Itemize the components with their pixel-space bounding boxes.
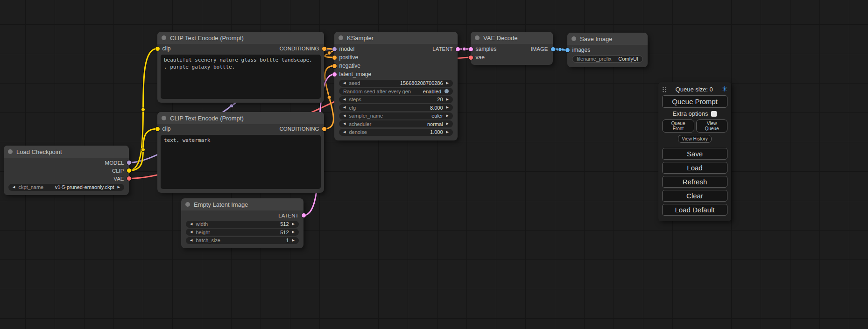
samples-input-port[interactable]	[469, 47, 473, 51]
decrement-arrow-icon[interactable]: ◀	[13, 186, 15, 189]
images-input-label: images	[572, 47, 591, 53]
node-ksampler[interactable]: KSampler model LATENT positive negative …	[334, 32, 458, 140]
width-widget[interactable]: ◀ width 512 ▶	[186, 221, 299, 228]
increment-arrow-icon[interactable]: ▶	[292, 231, 295, 234]
refresh-button[interactable]: Refresh	[662, 176, 727, 188]
positive-prompt-textarea[interactable]: beautiful scenery nature glass bottle la…	[161, 55, 321, 99]
increment-arrow-icon[interactable]: ▶	[446, 114, 449, 118]
node-load-checkpoint[interactable]: Load Checkpoint MODEL CLIP VAE ◀ ckpt_na…	[4, 146, 129, 195]
node-title-bar[interactable]: CLIP Text Encode (Prompt)	[157, 32, 324, 44]
node-title-bar[interactable]: VAE Decode	[471, 32, 553, 44]
increment-arrow-icon[interactable]: ▶	[446, 106, 449, 109]
latent-image-input-port[interactable]	[332, 72, 337, 77]
widget-value: 512	[280, 221, 289, 227]
node-graph-canvas[interactable]: Load Checkpoint MODEL CLIP VAE ◀ ckpt_na…	[0, 0, 868, 329]
negative-input-label: negative	[339, 63, 360, 69]
node-collapse-dot-icon[interactable]	[339, 35, 343, 40]
clip-input-port[interactable]	[155, 47, 160, 51]
link-midpoint-dot	[230, 104, 233, 108]
node-save-image[interactable]: Save Image images filename_prefix ComfyU…	[567, 33, 648, 67]
node-collapse-dot-icon[interactable]	[162, 35, 166, 40]
image-output-port[interactable]	[551, 47, 555, 51]
negative-prompt-textarea[interactable]: text, watermark	[161, 135, 321, 189]
port-row: negative	[334, 62, 458, 70]
decrement-arrow-icon[interactable]: ◀	[343, 82, 346, 85]
filename-prefix-widget[interactable]: filename_prefix ComfyUI	[572, 56, 643, 63]
node-title-bar[interactable]: CLIP Text Encode (Prompt)	[157, 112, 324, 124]
positive-input-port[interactable]	[332, 56, 337, 60]
node-title-bar[interactable]: Save Image	[567, 33, 648, 45]
decrement-arrow-icon[interactable]: ◀	[190, 231, 192, 234]
widget-label: height	[196, 230, 210, 235]
view-history-button[interactable]: View History	[678, 135, 711, 143]
increment-arrow-icon[interactable]: ▶	[446, 98, 449, 101]
latent-output-port[interactable]	[302, 213, 306, 217]
save-button[interactable]: Save	[662, 148, 727, 160]
latent-output-label: LATENT	[432, 46, 452, 52]
model-input-port[interactable]	[332, 47, 337, 51]
widget-label: cfg	[349, 105, 356, 111]
denoise-widget[interactable]: ◀ denoise 1.000 ▶	[339, 129, 453, 136]
ckpt-name-widget[interactable]: ◀ ckpt_name v1-5-pruned-emaonly.ckpt ▶	[8, 184, 124, 191]
node-collapse-dot-icon[interactable]	[475, 35, 480, 40]
port-row: vae	[471, 53, 553, 62]
node-title-bar[interactable]: Empty Latent Image	[181, 198, 303, 210]
toggle-dot-icon[interactable]	[445, 89, 449, 93]
increment-arrow-icon[interactable]: ▶	[446, 131, 449, 134]
comfy-menu-panel: Queue size: 0 ✳ Queue Prompt Extra optio…	[658, 82, 731, 221]
vae-output-port[interactable]	[127, 176, 131, 181]
view-queue-button[interactable]: View Queue	[696, 119, 727, 133]
decrement-arrow-icon[interactable]: ◀	[190, 239, 192, 242]
extra-options-checkbox[interactable]	[711, 111, 717, 117]
queue-prompt-button[interactable]: Queue Prompt	[662, 95, 727, 108]
images-input-port[interactable]	[565, 48, 570, 52]
model-output-port[interactable]	[127, 161, 131, 165]
latent-output-label: LATENT	[278, 213, 298, 218]
node-title-bar[interactable]: KSampler	[334, 32, 458, 44]
clip-output-label: CLIP	[112, 168, 124, 174]
decrement-arrow-icon[interactable]: ◀	[343, 131, 346, 134]
negative-input-port[interactable]	[332, 64, 337, 68]
cfg-widget[interactable]: ◀ cfg 8.000 ▶	[339, 104, 453, 111]
scheduler-widget[interactable]: ◀ scheduler normal ▶	[339, 120, 453, 127]
node-clip-text-encode-positive[interactable]: CLIP Text Encode (Prompt) clip CONDITION…	[157, 32, 324, 103]
node-collapse-dot-icon[interactable]	[162, 116, 166, 120]
decrement-arrow-icon[interactable]: ◀	[343, 122, 346, 126]
node-empty-latent-image[interactable]: Empty Latent Image LATENT ◀ width 512 ▶ …	[181, 198, 303, 248]
vae-input-port[interactable]	[469, 56, 473, 60]
sampler-name-widget[interactable]: ◀ sampler_name euler ▶	[339, 112, 453, 119]
latent-output-port[interactable]	[456, 47, 460, 51]
steps-widget[interactable]: ◀ steps 20 ▶	[339, 96, 453, 103]
decrement-arrow-icon[interactable]: ◀	[190, 223, 192, 226]
load-default-button[interactable]: Load Default	[662, 204, 727, 216]
node-collapse-dot-icon[interactable]	[572, 36, 576, 41]
queue-front-button[interactable]: Queue Front	[662, 119, 694, 133]
node-clip-text-encode-negative[interactable]: CLIP Text Encode (Prompt) clip CONDITION…	[157, 112, 324, 193]
drag-handle-icon[interactable]	[662, 86, 667, 92]
increment-arrow-icon[interactable]: ▶	[446, 82, 449, 85]
increment-arrow-icon[interactable]: ▶	[292, 223, 295, 226]
node-title-bar[interactable]: Load Checkpoint	[4, 146, 129, 158]
seed-widget[interactable]: ◀ seed 156680208700286 ▶	[339, 80, 453, 87]
decrement-arrow-icon[interactable]: ◀	[343, 114, 346, 118]
random-seed-toggle-widget[interactable]: Random seed after every gen enabled	[339, 88, 453, 95]
height-widget[interactable]: ◀ height 512 ▶	[186, 229, 299, 236]
decrement-arrow-icon[interactable]: ◀	[343, 98, 346, 101]
port-row: positive	[334, 53, 458, 62]
node-vae-decode[interactable]: VAE Decode samples IMAGE vae	[471, 32, 553, 65]
clip-input-port[interactable]	[155, 127, 160, 131]
decrement-arrow-icon[interactable]: ◀	[343, 106, 346, 109]
clear-button[interactable]: Clear	[662, 190, 727, 202]
conditioning-output-port[interactable]	[322, 127, 326, 131]
node-collapse-dot-icon[interactable]	[8, 149, 13, 154]
node-collapse-dot-icon[interactable]	[185, 202, 190, 207]
increment-arrow-icon[interactable]: ▶	[292, 239, 295, 242]
batch-size-widget[interactable]: ◀ batch_size 1 ▶	[186, 237, 299, 244]
output-row: VAE	[4, 175, 129, 182]
clip-output-port[interactable]	[127, 168, 131, 173]
settings-gear-icon[interactable]: ✳	[721, 86, 727, 93]
increment-arrow-icon[interactable]: ▶	[118, 186, 120, 189]
load-button[interactable]: Load	[662, 162, 727, 174]
increment-arrow-icon[interactable]: ▶	[446, 122, 449, 126]
conditioning-output-port[interactable]	[322, 47, 326, 51]
